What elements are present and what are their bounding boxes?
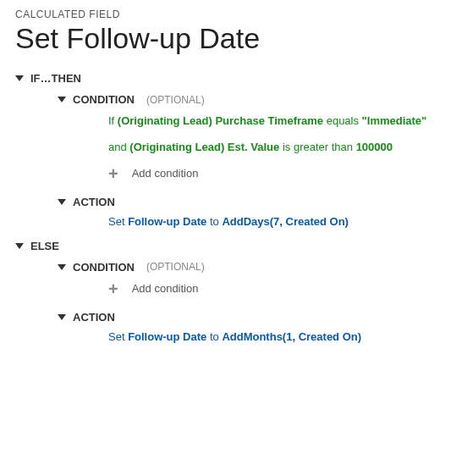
plus-icon: + [108,165,118,182]
else-action-header[interactable]: ACTION [58,311,436,324]
cond-op: is greater than [279,141,355,153]
add-condition-label: Add condition [132,282,199,295]
chevron-down-icon [58,264,66,270]
cond-field: (Originating Lead) Purchase Timeframe [118,114,323,127]
else-header[interactable]: ELSE [15,240,436,252]
cond-prefix: and [108,141,129,153]
action-set: Set [108,215,128,228]
action-label: ACTION [73,196,115,208]
cond-prefix: If [108,114,118,127]
cond-value: 100000 [356,141,393,153]
action-row[interactable]: Set Follow-up Date to AddDays(7, Created… [108,215,436,228]
ifthen-label: IF…THEN [30,72,81,85]
action-set: Set [108,330,128,343]
else-condition-header[interactable]: CONDITION (OPTIONAL) [58,261,436,274]
chevron-down-icon [58,199,66,205]
action-func: AddDays(7, Created On) [222,215,349,228]
condition-row-1[interactable]: If (Originating Lead) Purchase Timeframe… [108,113,436,130]
action-to: to [206,215,222,228]
optional-label: (OPTIONAL) [146,94,205,106]
condition-row-2[interactable]: and (Originating Lead) Est. Value is gre… [108,139,436,157]
page-title: Set Follow-up Date [15,22,436,55]
cond-value: "Immediate" [362,114,427,127]
chevron-down-icon [15,75,24,81]
ifthen-action-header[interactable]: ACTION [58,196,436,208]
action-row[interactable]: Set Follow-up Date to AddMonths(1, Creat… [108,330,436,343]
action-label: ACTION [73,311,115,324]
chevron-down-icon [15,243,24,249]
action-field: Follow-up Date [128,215,206,228]
action-func: AddMonths(1, Created On) [222,330,361,343]
ifthen-header[interactable]: IF…THEN [15,72,436,85]
else-block: ELSE CONDITION (OPTIONAL) + Add conditio… [15,240,436,343]
ifthen-block: IF…THEN CONDITION (OPTIONAL) If (Origina… [15,72,436,228]
cond-op: equals [323,114,362,127]
add-condition-label: Add condition [132,167,199,180]
add-condition-button[interactable]: + Add condition [108,280,436,297]
chevron-down-icon [58,314,66,320]
cond-field: (Originating Lead) Est. Value [129,141,279,153]
plus-icon: + [108,280,118,297]
chevron-down-icon [58,97,66,102]
condition-label: CONDITION [73,261,135,274]
else-label: ELSE [30,240,59,252]
add-condition-button[interactable]: + Add condition [108,165,436,182]
optional-label: (OPTIONAL) [146,261,205,273]
condition-label: CONDITION [73,93,135,106]
eyebrow-label: CALCULATED FIELD [15,8,436,20]
action-to: to [206,330,222,343]
action-field: Follow-up Date [128,330,206,343]
ifthen-condition-header[interactable]: CONDITION (OPTIONAL) [58,93,436,106]
